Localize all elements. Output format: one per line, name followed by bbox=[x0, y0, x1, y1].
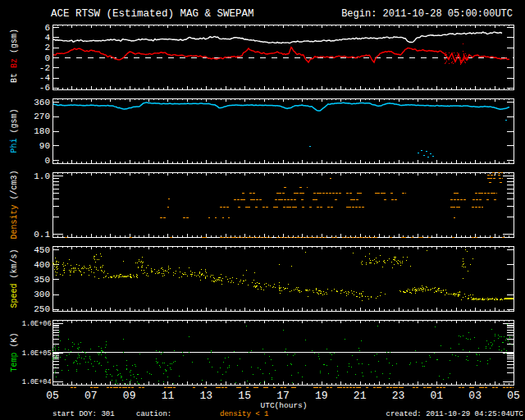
svg-text:UTC(hours): UTC(hours) bbox=[260, 401, 307, 410]
svg-text:23: 23 bbox=[392, 390, 405, 402]
svg-text:1.0: 1.0 bbox=[34, 171, 50, 181]
svg-text:2: 2 bbox=[44, 43, 50, 52]
svg-text:01: 01 bbox=[431, 390, 444, 402]
svg-text:-6: -6 bbox=[39, 83, 50, 93]
svg-text:19: 19 bbox=[315, 390, 328, 402]
svg-text:4: 4 bbox=[44, 33, 50, 43]
svg-text:17: 17 bbox=[276, 390, 290, 402]
svg-text:13: 13 bbox=[200, 390, 213, 402]
svg-text:6: 6 bbox=[44, 23, 50, 33]
svg-text:21: 21 bbox=[354, 390, 367, 402]
svg-text:Speed (km/s): Speed (km/s) bbox=[10, 249, 19, 308]
svg-text:ACE RTSW (Estimated) MAG & SWE: ACE RTSW (Estimated) MAG & SWEPAM bbox=[51, 8, 254, 20]
svg-text:15: 15 bbox=[238, 390, 251, 402]
svg-text:180: 180 bbox=[34, 126, 50, 136]
svg-text:Phi (gsm): Phi (gsm) bbox=[10, 108, 19, 153]
svg-text:270: 270 bbox=[34, 112, 50, 121]
svg-text:05: 05 bbox=[46, 390, 59, 402]
svg-text:09: 09 bbox=[123, 390, 136, 402]
svg-text:0.1: 0.1 bbox=[34, 230, 50, 240]
svg-text:90: 90 bbox=[39, 141, 50, 151]
svg-text:caution:: caution: bbox=[136, 410, 171, 418]
svg-text:Density (/cm3): Density (/cm3) bbox=[10, 170, 19, 239]
svg-text:0: 0 bbox=[44, 53, 50, 63]
svg-text:07: 07 bbox=[84, 390, 98, 402]
svg-text:400: 400 bbox=[34, 260, 50, 270]
svg-text:11: 11 bbox=[162, 390, 175, 402]
svg-text:250: 250 bbox=[34, 304, 50, 314]
svg-text:-4: -4 bbox=[39, 73, 51, 83]
svg-text:350: 350 bbox=[34, 275, 50, 285]
svg-text:1.0E+04: 1.0E+04 bbox=[22, 378, 52, 386]
svg-text:1.0E+05: 1.0E+05 bbox=[22, 349, 52, 358]
svg-text:1.0E+06: 1.0E+06 bbox=[22, 320, 52, 328]
svg-text:360: 360 bbox=[34, 98, 50, 107]
svg-text:03: 03 bbox=[468, 390, 482, 402]
svg-text:density < 1: density < 1 bbox=[220, 410, 268, 418]
svg-text:Bt Bz (gsm): Bt Bz (gsm) bbox=[10, 29, 19, 83]
svg-text:300: 300 bbox=[34, 290, 50, 299]
svg-text:05: 05 bbox=[507, 390, 520, 402]
svg-text:created: 2011-10-29 04:25:04UT: created: 2011-10-29 04:25:04UTC bbox=[386, 410, 524, 418]
svg-text:start DOY: 301: start DOY: 301 bbox=[52, 410, 115, 418]
svg-text:450: 450 bbox=[34, 245, 50, 255]
svg-text:-2: -2 bbox=[39, 63, 50, 73]
svg-text:Temp (K): Temp (K) bbox=[10, 332, 19, 372]
svg-text:0: 0 bbox=[44, 156, 50, 166]
svg-text:Begin: 2011-10-28 05:00:00UTC: Begin: 2011-10-28 05:00:00UTC bbox=[341, 8, 513, 20]
